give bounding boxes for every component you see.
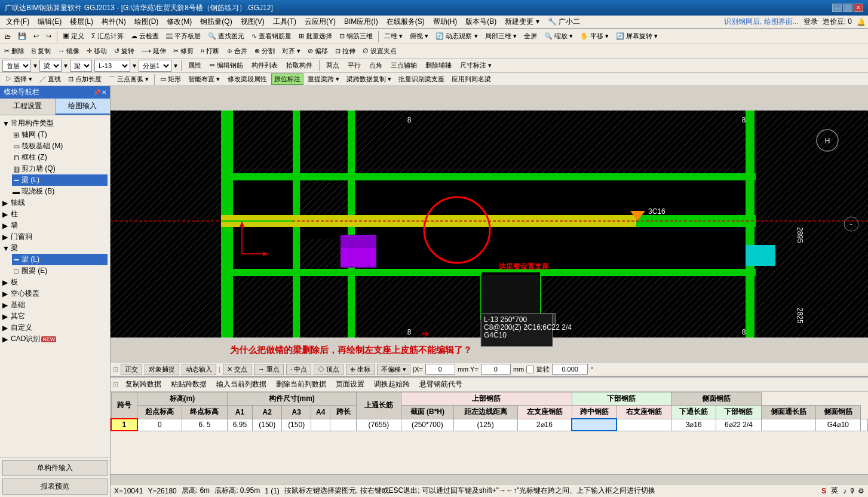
expand-icon-wall[interactable]: ▶ [2,222,10,230]
steel-view-btn[interactable]: ∿ 查看钢筋量 [249,30,295,42]
point-angle-btn[interactable]: 点角 [366,60,385,71]
expand-icon-cad[interactable]: ▶ [2,335,10,343]
section-draw[interactable]: 绘图输入 [56,99,111,115]
offset-btn[interactable]: ⊘ 偏移 [305,45,331,57]
define-btn[interactable]: ▣ 定义 [60,30,87,42]
apply-same-btn[interactable]: 应用到同名梁 [449,73,494,85]
rotate-btn[interactable]: 🔄 屏幕旋转 ▾ [613,30,661,42]
menu-notify[interactable]: 🔔 [857,18,866,26]
menu-qty[interactable]: 钢筋量(Q) [197,16,235,28]
x-input[interactable] [425,364,455,375]
cell-lower-bar[interactable] [761,419,815,431]
batch-select-btn[interactable]: ⊞ 批量选择 [296,30,335,42]
cell-side-bar[interactable] [860,419,867,431]
two-point-btn[interactable]: 两点 [323,60,342,71]
cell-span-no[interactable]: 1 [111,419,137,431]
menu-floor[interactable]: 楼层(L) [66,16,97,28]
layer-select[interactable]: 分层1 [139,60,171,72]
panel-pin-btn[interactable]: 📌 [93,89,100,96]
expand-icon-col[interactable]: ▶ [2,210,10,219]
tree-custom[interactable]: ▶ 自定义 [2,322,108,333]
cell-start-elev[interactable]: 0 [137,419,182,431]
expand-icon-beam[interactable]: ▼ [2,244,10,253]
save-btn[interactable]: 💾 [15,31,29,41]
cell-end-elev2[interactable]: 6.95 [227,419,253,431]
canvas-wrapper[interactable]: 2895 2825 8 8 8 8 H - [111,86,868,362]
page-setting[interactable]: 页面设置 [333,379,367,390]
expand-icon-slab[interactable]: ▶ [2,278,10,287]
tree-common-header[interactable]: ▼ 常用构件类型 [2,118,108,129]
cell-side-pass[interactable]: G4⌀10 [815,419,860,431]
cell-right-support[interactable]: 3⌀16 [671,419,716,431]
steel-3d-btn[interactable]: ⊡ 钢筋三维 [336,30,376,42]
select-btn[interactable]: ▷ 选择 ▾ [2,73,35,85]
menu-newchange[interactable]: 新建变更 ▾ [501,16,542,28]
osnap-btn[interactable]: 对象捕捉 [145,364,179,375]
three-axis-btn[interactable]: 三点辅轴 [388,60,420,71]
tree-ringbeam[interactable]: □ 圈梁 (E) [12,265,108,277]
2d-btn[interactable]: 二维 ▾ [381,30,406,42]
cell-upper-pass[interactable]: 2⌀16 [517,419,572,431]
mirror-btn[interactable]: ↔ 镜像 [55,45,82,57]
split-btn[interactable]: ⊗ 分割 [251,45,278,57]
menu-online[interactable]: 在线服务(S) [383,16,428,28]
tree-gridlines[interactable]: ▶ 轴线 [2,197,108,208]
expand-icon-base[interactable]: ▶ [2,301,10,309]
paste-span-data[interactable]: 粘贴跨数据 [168,379,209,390]
cell-span-len[interactable]: (7655) [356,419,401,431]
move-btn[interactable]: ✛ 移动 [84,45,110,57]
menu-bim[interactable]: BIM应用(I) [341,16,382,28]
end-btn[interactable]: → 重点 [254,364,284,375]
single-comp-btn[interactable]: 单构件输入 [2,460,108,476]
floor-align-btn[interactable]: ▤ 平齐板层 [163,30,204,42]
cell-a4[interactable] [330,419,357,431]
cantilever-code[interactable]: 悬臂钢筋代号 [417,379,465,390]
copy-span-data[interactable]: 复制跨数据 [123,379,164,390]
menu-edit[interactable]: 编辑(E) [34,16,65,28]
inter-btn[interactable]: ✕ 交点 [223,364,251,375]
trim-btn[interactable]: ✂ 修剪 [170,45,197,57]
point-len-btn[interactable]: ⊡ 点加长度 [65,73,105,85]
cell-a3[interactable] [311,419,330,431]
floor-select[interactable]: 首层 [2,60,31,72]
ortho-btn[interactable]: 正交 [121,364,142,375]
h-scroll[interactable] [111,474,868,484]
merge-btn[interactable]: ⊕ 合并 [224,45,250,57]
tree-shearwall[interactable]: ▥ 剪力墙 (Q) [12,163,108,174]
tree-foundation[interactable]: ▭ 筏板基础 (M) [12,140,108,152]
menu-view[interactable]: 视图(V) [237,16,268,28]
cell-end-elev[interactable]: 6. 5 [182,419,227,431]
expand-icon-custom[interactable]: ▶ [2,324,10,332]
dynamic-btn[interactable]: 🔄 动态观察 ▾ [433,30,480,42]
prop-attr-btn[interactable]: 属性 [185,60,204,71]
menu-recognize[interactable]: 识别钢网后, 绘图界面... [724,17,799,27]
type-select[interactable]: 梁 [39,60,62,72]
tree-other[interactable]: ▶ 其它 [2,311,108,322]
menu-version[interactable]: 版本号(B) [462,16,500,28]
tree-walls[interactable]: ▶ 墙 [2,220,108,231]
cloud-check-btn[interactable]: ☁ 云检查 [128,30,162,42]
cell-mid-span[interactable] [617,419,671,431]
del-col-data[interactable]: 删除当前列数据 [274,379,329,390]
report-btn[interactable]: 报表预览 [2,478,108,495]
menu-file[interactable]: 文件(F) [2,16,33,28]
input-col-data[interactable]: 输入当前列数据 [214,379,269,390]
tree-beam[interactable]: ━ 梁 (L) [12,174,108,186]
expand-icon-hollow[interactable]: ▶ [2,290,10,298]
minimize-button[interactable]: ─ [832,4,842,12]
break-btn[interactable]: ⌗ 打断 [198,45,222,57]
smart-layout-btn[interactable]: 智能布置 ▾ [185,73,223,85]
delete-btn[interactable]: ✂ 删除 [1,45,27,57]
mod-span-btn[interactable]: 修改梁段属性 [225,73,270,85]
menu-assistant[interactable]: 🔧 广小二 [544,16,584,28]
pan-btn[interactable]: ✋ 平移 ▾ [577,30,612,42]
coord-btn[interactable]: ⊕ 坐标 [346,364,375,375]
align-btn[interactable]: 对齐 ▾ [279,45,303,57]
fullscreen-btn[interactable]: 全屏 [521,30,540,42]
expand-icon-grid[interactable]: ▶ [2,199,10,207]
tree-column[interactable]: ⊓ 框柱 (Z) [12,152,108,163]
extend-btn[interactable]: ⟶ 延伸 [139,45,169,57]
cell-dist-left[interactable]: (125) [453,419,517,431]
panel-close-btn[interactable]: ✕ [102,89,106,96]
swap-start[interactable]: 调换起始跨 [372,379,412,390]
